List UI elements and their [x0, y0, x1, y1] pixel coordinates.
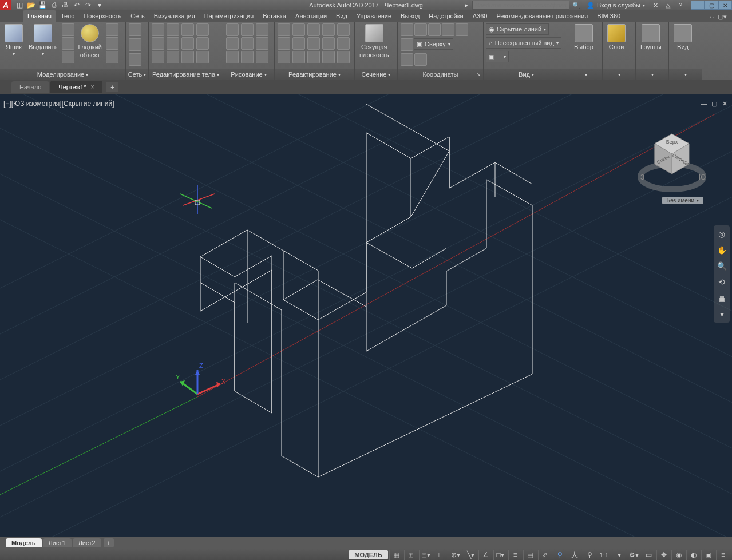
- snap-icon[interactable]: ⊞: [404, 550, 418, 560]
- section-plane-button[interactable]: Секущая плоскость: [357, 23, 391, 59]
- orbit-icon[interactable]: ⟲: [715, 276, 728, 288]
- minimize-button[interactable]: —: [691, 1, 705, 10]
- extrude-button[interactable]: Выдавить ▾: [26, 23, 60, 58]
- search-input[interactable]: [472, 1, 569, 10]
- modify-tool-icon[interactable]: [322, 51, 335, 63]
- modify-tool-icon[interactable]: [307, 51, 320, 63]
- mesh-tool-icon[interactable]: [129, 53, 141, 66]
- panel-title-modeling[interactable]: Моделирование▾: [0, 69, 125, 80]
- undo-icon[interactable]: ↶: [72, 1, 81, 10]
- tab-add-layout-button[interactable]: +: [104, 538, 114, 547]
- modify-tool-icon[interactable]: [322, 37, 335, 50]
- iso-icon[interactable]: ◉: [671, 550, 685, 560]
- panel-dd-groups[interactable]: ▾: [636, 69, 668, 80]
- ucs-tool-icon[interactable]: [401, 38, 413, 51]
- dialog-launcher-icon[interactable]: ↘: [476, 72, 481, 77]
- app-logo[interactable]: A: [0, 0, 11, 10]
- draw-tool-icon[interactable]: [256, 23, 268, 36]
- modify-tool-icon[interactable]: [337, 23, 350, 36]
- tab-layout1[interactable]: Лист1: [43, 538, 72, 547]
- infocenter-icon[interactable]: 🔍: [571, 1, 582, 10]
- minimize-icon[interactable]: —: [700, 100, 708, 108]
- panel-title-section[interactable]: Сечение▾: [355, 69, 397, 80]
- exchange-icon[interactable]: ✕: [650, 1, 661, 10]
- otrack-icon[interactable]: □▾: [493, 550, 507, 560]
- maximize-icon[interactable]: ▢: [710, 100, 718, 108]
- draw-tool-icon[interactable]: [226, 37, 239, 50]
- vc-top[interactable]: Верх: [666, 139, 678, 145]
- modify-tool-icon[interactable]: [307, 23, 320, 36]
- draw-tool-icon[interactable]: [226, 23, 239, 36]
- snap2-icon[interactable]: ⊟▾: [419, 550, 433, 560]
- move-icon[interactable]: ✥: [656, 550, 670, 560]
- panel-menu-icon[interactable]: ▢▾: [717, 11, 727, 22]
- tab-visualize[interactable]: Визуализация: [149, 10, 200, 22]
- modify-tool-icon[interactable]: [278, 51, 290, 63]
- edit-tool-icon[interactable]: [167, 51, 179, 63]
- tab-output[interactable]: Вывод: [396, 10, 424, 22]
- scale-dd-icon[interactable]: ▾: [612, 550, 626, 560]
- slide-icon[interactable]: ↔: [707, 11, 717, 22]
- draw-tool-icon[interactable]: [241, 23, 254, 36]
- new-icon[interactable]: ◫: [15, 1, 24, 10]
- vc-west[interactable]: З: [640, 173, 644, 181]
- close-icon[interactable]: ×: [90, 83, 94, 91]
- modeling-tool-icon[interactable]: [106, 23, 118, 36]
- panel-dd-selection[interactable]: ▾: [569, 69, 602, 80]
- tab-solid[interactable]: Тело: [56, 10, 80, 22]
- tab-parametric[interactable]: Параметризация: [200, 10, 258, 22]
- ucs-tool-icon[interactable]: [414, 53, 427, 66]
- ucs-tool-icon[interactable]: [456, 23, 468, 36]
- edit-tool-icon[interactable]: [167, 23, 179, 36]
- annoscale-icon[interactable]: ⚲: [553, 550, 567, 560]
- tab-bim360[interactable]: BIM 360: [592, 10, 625, 22]
- draw-tool-icon[interactable]: [256, 51, 268, 63]
- sc-icon[interactable]: ⬀: [538, 550, 552, 560]
- wheel-icon[interactable]: ◎: [715, 228, 728, 240]
- customize-icon[interactable]: ≡: [716, 550, 730, 560]
- edit-tool-icon[interactable]: [181, 23, 194, 36]
- plot-icon[interactable]: 🖶: [61, 1, 70, 10]
- tab-add-button[interactable]: +: [106, 82, 118, 92]
- viewcube[interactable]: Верх Слева Спереди З Ю: [635, 122, 709, 197]
- viewp-button[interactable]: Вид: [671, 23, 694, 51]
- panel-dd-viewp[interactable]: ▾: [669, 69, 702, 80]
- ucs-tool-icon[interactable]: [442, 23, 454, 36]
- tab-addins[interactable]: Надстройки: [424, 10, 468, 22]
- ucs-tool-icon[interactable]: [428, 23, 441, 36]
- tab-layout2[interactable]: Лист2: [73, 538, 101, 547]
- isodraft-icon[interactable]: ╲▾: [464, 550, 477, 560]
- a360-icon[interactable]: △: [662, 1, 674, 10]
- mesh-tool-icon[interactable]: [129, 38, 141, 51]
- edit-tool-icon[interactable]: [167, 37, 179, 50]
- tab-model[interactable]: Модель: [6, 538, 42, 547]
- modify-tool-icon[interactable]: [292, 23, 305, 36]
- edit-tool-icon[interactable]: [196, 51, 209, 63]
- panel-title-modify[interactable]: Редактирование▾: [275, 69, 354, 80]
- tab-surface[interactable]: Поверхность: [79, 10, 126, 22]
- viewport-label[interactable]: [−][ЮЗ изометрия][Скрытие линий]: [3, 100, 114, 108]
- grid-icon[interactable]: ▦: [389, 550, 403, 560]
- close-icon[interactable]: ✕: [721, 100, 729, 108]
- ucs-tool-icon[interactable]: [414, 23, 427, 36]
- edit-tool-icon[interactable]: [196, 37, 209, 50]
- modify-tool-icon[interactable]: [337, 37, 350, 50]
- saveas-icon[interactable]: ⎙: [49, 1, 58, 10]
- showui-icon[interactable]: ▦: [715, 292, 728, 304]
- gear-icon[interactable]: ⚙▾: [627, 550, 640, 560]
- save-icon[interactable]: 💾: [38, 1, 47, 10]
- tab-annotate[interactable]: Аннотации: [291, 10, 331, 22]
- tab-insert[interactable]: Вставка: [258, 10, 291, 22]
- tab-start[interactable]: Начало: [11, 81, 49, 93]
- modeling-tool-icon[interactable]: [62, 51, 74, 63]
- panel-title-view[interactable]: Вид▾: [484, 69, 569, 80]
- viewcube-named-dropdown[interactable]: Без имени ▾: [662, 197, 703, 204]
- modeling-tool-icon[interactable]: [106, 51, 118, 63]
- tab-a360[interactable]: A360: [468, 10, 492, 22]
- ucs-tool-icon[interactable]: [401, 23, 413, 36]
- clean-icon[interactable]: ▣: [701, 550, 715, 560]
- view-small-dropdown[interactable]: ▣ ▾: [486, 51, 509, 62]
- modeling-tool-icon[interactable]: [62, 23, 74, 36]
- tab-manage[interactable]: Управление: [352, 10, 396, 22]
- modify-tool-icon[interactable]: [307, 37, 320, 50]
